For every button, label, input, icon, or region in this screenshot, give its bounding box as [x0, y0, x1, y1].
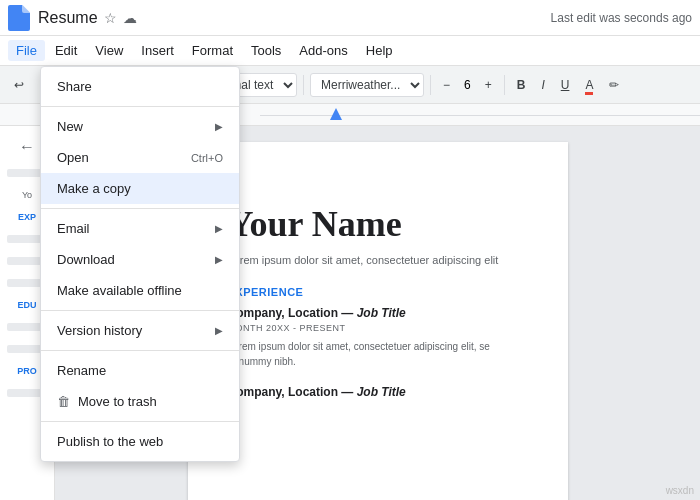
email-arrow: ▶	[215, 223, 223, 234]
make-copy-label: Make a copy	[57, 181, 131, 196]
trash-item-container: 🗑 Move to trash	[57, 394, 157, 409]
menu-offline[interactable]: Make available offline	[41, 275, 239, 306]
menu-download[interactable]: Download ▶	[41, 244, 239, 275]
trash-label: Move to trash	[78, 394, 157, 409]
menu-publish[interactable]: Publish to the web	[41, 426, 239, 457]
rename-label: Rename	[57, 363, 106, 378]
new-label: New	[57, 119, 83, 134]
download-label: Download	[57, 252, 115, 267]
divider-after-trash	[41, 421, 239, 422]
divider-after-version	[41, 350, 239, 351]
email-label: Email	[57, 221, 90, 236]
download-arrow: ▶	[215, 254, 223, 265]
version-arrow: ▶	[215, 325, 223, 336]
menu-email[interactable]: Email ▶	[41, 213, 239, 244]
document-title[interactable]: Resume	[38, 9, 98, 27]
star-icon[interactable]: ☆	[104, 10, 117, 26]
divider-after-offline	[41, 310, 239, 311]
open-shortcut: Ctrl+O	[191, 152, 223, 164]
menu-share[interactable]: Share	[41, 71, 239, 102]
share-label: Share	[57, 79, 92, 94]
divider-after-copy	[41, 208, 239, 209]
publish-label: Publish to the web	[57, 434, 163, 449]
docs-icon	[8, 5, 30, 31]
cloud-icon[interactable]: ☁	[123, 10, 137, 26]
title-bar: Resume ☆ ☁ Last edit was seconds ago	[0, 0, 700, 36]
version-history-label: Version history	[57, 323, 142, 338]
menu-version-history[interactable]: Version history ▶	[41, 315, 239, 346]
open-label: Open	[57, 150, 89, 165]
last-edit-text: Last edit was seconds ago	[551, 11, 692, 25]
menu-open[interactable]: Open Ctrl+O	[41, 142, 239, 173]
dropdown-overlay[interactable]: Share New ▶ Open Ctrl+O Make a copy Emai…	[0, 36, 700, 500]
menu-new[interactable]: New ▶	[41, 111, 239, 142]
menu-make-copy[interactable]: Make a copy	[41, 173, 239, 204]
menu-rename[interactable]: Rename	[41, 355, 239, 386]
new-arrow: ▶	[215, 121, 223, 132]
menu-trash[interactable]: 🗑 Move to trash	[41, 386, 239, 417]
trash-icon: 🗑	[57, 394, 70, 409]
divider-after-share	[41, 106, 239, 107]
offline-label: Make available offline	[57, 283, 182, 298]
file-dropdown-menu: Share New ▶ Open Ctrl+O Make a copy Emai…	[40, 66, 240, 462]
